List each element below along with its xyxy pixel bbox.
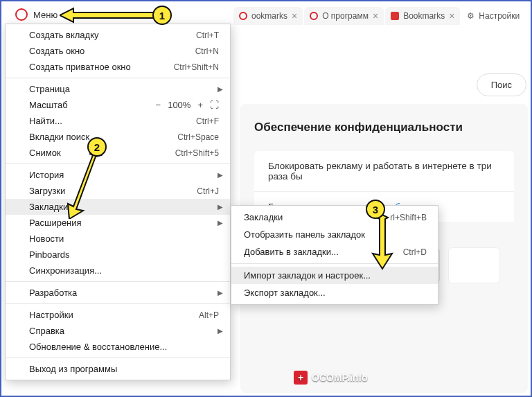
separator xyxy=(6,358,230,358)
svg-marker-2 xyxy=(373,215,392,269)
menu-help[interactable]: Справка ▶ xyxy=(6,323,230,339)
fullscreen-icon[interactable]: ⛶ xyxy=(210,100,219,110)
menu-label: Добавить в закладки... xyxy=(244,247,339,257)
menu-label: Новости xyxy=(29,233,64,244)
block-ads-row[interactable]: Блокировать рекламу и работать в интерне… xyxy=(254,151,514,191)
tab-bookmarks-1[interactable]: ookmarks × xyxy=(233,7,303,25)
shortcut: Ctrl+J xyxy=(197,186,219,196)
menu-bookmarks[interactable]: Закладки ▶ xyxy=(6,199,230,215)
menu-downloads[interactable]: Загрузки Ctrl+J xyxy=(6,183,230,199)
menu-label: Синхронизация... xyxy=(29,265,102,276)
menu-extensions[interactable]: Расширения ▶ xyxy=(6,215,230,231)
chevron-right-icon: ▶ xyxy=(218,327,223,335)
gear-icon: ⚙ xyxy=(467,11,475,21)
tab-label: Bookmarks xyxy=(403,11,445,21)
shortcut: Alt+P xyxy=(199,310,219,320)
annotation-callout-1: 1 xyxy=(152,6,172,25)
tab-settings[interactable]: ⚙ Настройки xyxy=(461,8,525,24)
shortcut: Ctrl+Shift+5 xyxy=(175,148,219,158)
menu-exit[interactable]: Выход из программы xyxy=(6,361,230,377)
tab-label: ookmarks xyxy=(251,11,287,21)
menu-page[interactable]: Страница ▶ xyxy=(6,81,230,97)
tab-label: Настройки xyxy=(479,11,520,21)
menu-dev[interactable]: Разработка ▶ xyxy=(6,285,230,301)
menu-label: Снимок xyxy=(29,148,61,158)
shortcut: Ctrl+D xyxy=(403,247,427,257)
menu-tab-search[interactable]: Вкладки поиск Ctrl+Space xyxy=(6,129,230,145)
menu-label: Найти... xyxy=(29,116,62,126)
menu-snapshot[interactable]: Снимок Ctrl+Shift+5 xyxy=(6,145,230,161)
menu-button[interactable]: Меню xyxy=(10,6,63,24)
tab-about[interactable]: О программ × xyxy=(304,7,384,25)
wallpaper-light[interactable] xyxy=(448,247,500,283)
opera-icon xyxy=(310,12,318,20)
menu-label: Импорт закладок и настроек... xyxy=(244,270,371,281)
menu-label: Pinboards xyxy=(29,249,70,260)
menu-settings[interactable]: Настройки Alt+P xyxy=(6,307,230,323)
menu-label: Закладки xyxy=(244,212,283,222)
menu-label: Выход из программы xyxy=(29,364,117,374)
chevron-right-icon: ▶ xyxy=(218,85,223,93)
menu-label: Экспорт закладок... xyxy=(244,288,326,298)
menu-new-private[interactable]: Создать приватное окно Ctrl+Shift+N xyxy=(6,59,230,75)
separator xyxy=(6,281,230,282)
menu-label: Масштаб xyxy=(29,100,68,110)
shortcut: Ctrl+N xyxy=(195,46,219,56)
menu-new-window[interactable]: Создать окно Ctrl+N xyxy=(6,43,230,59)
chevron-right-icon: ▶ xyxy=(218,171,223,179)
menu-label: Создать окно xyxy=(29,46,85,56)
menu-sync[interactable]: Синхронизация... xyxy=(6,263,230,279)
menu-label: Справка xyxy=(29,326,64,336)
annotation-arrow-1 xyxy=(60,7,157,26)
submenu-bookmarks[interactable]: Закладки rl+Shift+B xyxy=(231,209,438,226)
submenu-show-bar[interactable]: Отобразить панель закладок xyxy=(231,226,438,243)
shortcut: Ctrl+Shift+N xyxy=(174,62,219,72)
close-icon[interactable]: × xyxy=(373,10,378,21)
submenu-import[interactable]: Импорт закладок и настроек... xyxy=(231,267,438,284)
tab-bookmarks-2[interactable]: Bookmarks × xyxy=(385,7,460,25)
menu-label: Страница xyxy=(29,84,70,94)
opera-icon xyxy=(15,8,28,21)
svg-marker-0 xyxy=(60,8,157,22)
annotation-arrow-3 xyxy=(369,215,396,272)
separator xyxy=(6,303,230,304)
chevron-right-icon: ▶ xyxy=(218,289,223,297)
bookmark-icon xyxy=(391,12,399,20)
menu-label: Обновление & восстановление... xyxy=(29,342,167,352)
main-menu: Создать вкладку Ctrl+T Создать окно Ctrl… xyxy=(5,24,231,380)
search-button[interactable]: Поис xyxy=(477,73,526,96)
zoom-out[interactable]: − xyxy=(156,100,161,110)
menu-update[interactable]: Обновление & восстановление... xyxy=(6,339,230,355)
menu-history[interactable]: История ▶ xyxy=(6,167,230,183)
menu-news[interactable]: Новости xyxy=(6,231,230,247)
tab-label: О программ xyxy=(322,11,369,21)
separator xyxy=(231,263,438,264)
shortcut: Ctrl+Space xyxy=(177,132,219,142)
menu-zoom[interactable]: Масштаб − 100% + ⛶ xyxy=(6,97,230,113)
opera-icon xyxy=(239,12,247,20)
menu-label: Разработка xyxy=(29,288,77,298)
chevron-right-icon: ▶ xyxy=(218,203,223,211)
watermark-text: OCOMP.info xyxy=(312,372,368,383)
watermark-badge: + xyxy=(294,371,308,385)
submenu-add-bookmark[interactable]: Добавить в закладки... Ctrl+D xyxy=(231,243,438,261)
close-icon[interactable]: × xyxy=(449,10,454,21)
menu-label: Отобразить панель закладок xyxy=(244,229,365,240)
annotation-callout-2: 2 xyxy=(87,137,107,157)
bookmarks-submenu: Закладки rl+Shift+B Отобразить панель за… xyxy=(231,205,438,305)
shortcut: Ctrl+T xyxy=(196,30,219,40)
menu-new-tab[interactable]: Создать вкладку Ctrl+T xyxy=(6,27,230,43)
zoom-in[interactable]: + xyxy=(197,100,203,110)
menu-label: Вкладки поиск xyxy=(29,132,89,142)
menu-find[interactable]: Найти... Ctrl+F xyxy=(6,113,230,129)
menu-pinboards[interactable]: Pinboards xyxy=(6,247,230,263)
separator xyxy=(6,164,230,164)
menu-label: Создать вкладку xyxy=(29,30,99,40)
submenu-export[interactable]: Экспорт закладок... xyxy=(231,284,438,301)
shortcut: Ctrl+F xyxy=(196,116,219,126)
close-icon[interactable]: × xyxy=(292,10,297,21)
svg-marker-1 xyxy=(68,150,101,219)
menu-label: Закладки xyxy=(29,202,68,212)
annotation-arrow-2 xyxy=(65,150,107,221)
annotation-callout-3: 3 xyxy=(366,200,385,219)
